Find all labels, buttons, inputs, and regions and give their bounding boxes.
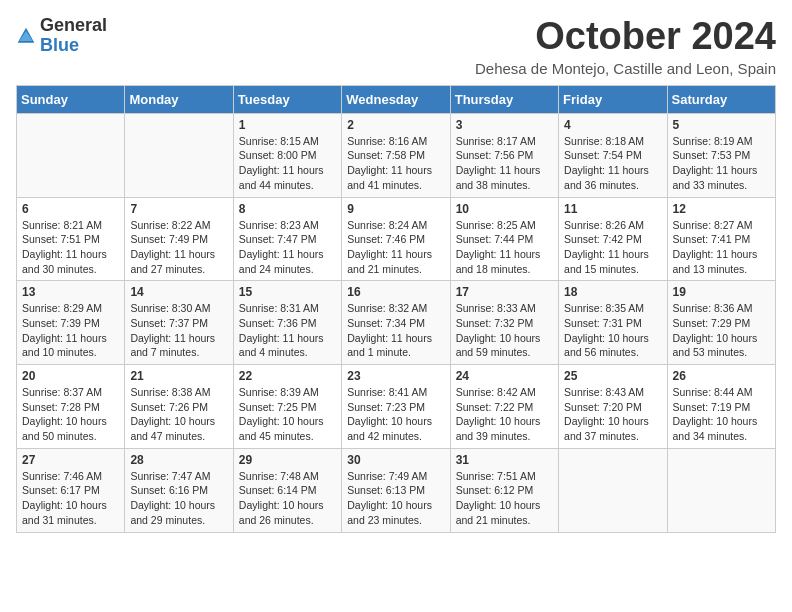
calendar-cell: 14Sunrise: 8:30 AMSunset: 7:37 PMDayligh… [125, 281, 233, 365]
day-info: Sunrise: 7:46 AMSunset: 6:17 PMDaylight:… [22, 469, 119, 528]
day-info: Sunrise: 7:48 AMSunset: 6:14 PMDaylight:… [239, 469, 336, 528]
day-info: Sunrise: 8:18 AMSunset: 7:54 PMDaylight:… [564, 134, 661, 193]
calendar-cell: 4Sunrise: 8:18 AMSunset: 7:54 PMDaylight… [559, 113, 667, 197]
calendar-cell: 24Sunrise: 8:42 AMSunset: 7:22 PMDayligh… [450, 365, 558, 449]
calendar-week-5: 27Sunrise: 7:46 AMSunset: 6:17 PMDayligh… [17, 448, 776, 532]
logo-blue-text: Blue [40, 35, 79, 55]
day-number: 8 [239, 202, 336, 216]
day-number: 31 [456, 453, 553, 467]
logo-general-text: General [40, 15, 107, 35]
day-number: 25 [564, 369, 661, 383]
col-header-tuesday: Tuesday [233, 85, 341, 113]
calendar-cell: 9Sunrise: 8:24 AMSunset: 7:46 PMDaylight… [342, 197, 450, 281]
day-info: Sunrise: 8:22 AMSunset: 7:49 PMDaylight:… [130, 218, 227, 277]
col-header-monday: Monday [125, 85, 233, 113]
day-number: 30 [347, 453, 444, 467]
day-info: Sunrise: 8:15 AMSunset: 8:00 PMDaylight:… [239, 134, 336, 193]
calendar-cell: 7Sunrise: 8:22 AMSunset: 7:49 PMDaylight… [125, 197, 233, 281]
day-info: Sunrise: 8:24 AMSunset: 7:46 PMDaylight:… [347, 218, 444, 277]
calendar-cell: 2Sunrise: 8:16 AMSunset: 7:58 PMDaylight… [342, 113, 450, 197]
calendar-cell: 5Sunrise: 8:19 AMSunset: 7:53 PMDaylight… [667, 113, 775, 197]
day-info: Sunrise: 8:38 AMSunset: 7:26 PMDaylight:… [130, 385, 227, 444]
calendar-body: 1Sunrise: 8:15 AMSunset: 8:00 PMDaylight… [17, 113, 776, 532]
day-info: Sunrise: 8:33 AMSunset: 7:32 PMDaylight:… [456, 301, 553, 360]
day-number: 14 [130, 285, 227, 299]
day-info: Sunrise: 8:43 AMSunset: 7:20 PMDaylight:… [564, 385, 661, 444]
calendar-cell [125, 113, 233, 197]
day-number: 27 [22, 453, 119, 467]
calendar-week-1: 1Sunrise: 8:15 AMSunset: 8:00 PMDaylight… [17, 113, 776, 197]
day-number: 19 [673, 285, 770, 299]
day-number: 3 [456, 118, 553, 132]
day-number: 7 [130, 202, 227, 216]
day-info: Sunrise: 8:19 AMSunset: 7:53 PMDaylight:… [673, 134, 770, 193]
day-info: Sunrise: 8:35 AMSunset: 7:31 PMDaylight:… [564, 301, 661, 360]
day-number: 11 [564, 202, 661, 216]
month-title: October 2024 [475, 16, 776, 58]
col-header-saturday: Saturday [667, 85, 775, 113]
day-number: 29 [239, 453, 336, 467]
day-info: Sunrise: 8:37 AMSunset: 7:28 PMDaylight:… [22, 385, 119, 444]
svg-marker-1 [19, 31, 32, 41]
calendar-cell: 23Sunrise: 8:41 AMSunset: 7:23 PMDayligh… [342, 365, 450, 449]
title-block: October 2024 Dehesa de Montejo, Castille… [475, 16, 776, 77]
calendar-cell: 12Sunrise: 8:27 AMSunset: 7:41 PMDayligh… [667, 197, 775, 281]
day-info: Sunrise: 8:23 AMSunset: 7:47 PMDaylight:… [239, 218, 336, 277]
calendar-cell: 18Sunrise: 8:35 AMSunset: 7:31 PMDayligh… [559, 281, 667, 365]
col-header-sunday: Sunday [17, 85, 125, 113]
day-number: 12 [673, 202, 770, 216]
calendar-cell [559, 448, 667, 532]
day-info: Sunrise: 7:47 AMSunset: 6:16 PMDaylight:… [130, 469, 227, 528]
day-info: Sunrise: 8:16 AMSunset: 7:58 PMDaylight:… [347, 134, 444, 193]
calendar-cell: 30Sunrise: 7:49 AMSunset: 6:13 PMDayligh… [342, 448, 450, 532]
day-number: 26 [673, 369, 770, 383]
day-number: 1 [239, 118, 336, 132]
day-number: 17 [456, 285, 553, 299]
day-number: 4 [564, 118, 661, 132]
day-info: Sunrise: 7:49 AMSunset: 6:13 PMDaylight:… [347, 469, 444, 528]
day-info: Sunrise: 7:51 AMSunset: 6:12 PMDaylight:… [456, 469, 553, 528]
calendar-cell: 11Sunrise: 8:26 AMSunset: 7:42 PMDayligh… [559, 197, 667, 281]
day-number: 23 [347, 369, 444, 383]
day-header-row: SundayMondayTuesdayWednesdayThursdayFrid… [17, 85, 776, 113]
calendar-cell: 16Sunrise: 8:32 AMSunset: 7:34 PMDayligh… [342, 281, 450, 365]
day-number: 20 [22, 369, 119, 383]
calendar-cell: 27Sunrise: 7:46 AMSunset: 6:17 PMDayligh… [17, 448, 125, 532]
col-header-friday: Friday [559, 85, 667, 113]
day-info: Sunrise: 8:29 AMSunset: 7:39 PMDaylight:… [22, 301, 119, 360]
logo: General Blue [16, 16, 107, 56]
calendar-cell: 6Sunrise: 8:21 AMSunset: 7:51 PMDaylight… [17, 197, 125, 281]
calendar-week-4: 20Sunrise: 8:37 AMSunset: 7:28 PMDayligh… [17, 365, 776, 449]
calendar-cell [17, 113, 125, 197]
day-number: 28 [130, 453, 227, 467]
logo-icon [16, 26, 36, 46]
calendar-cell: 21Sunrise: 8:38 AMSunset: 7:26 PMDayligh… [125, 365, 233, 449]
col-header-thursday: Thursday [450, 85, 558, 113]
day-number: 5 [673, 118, 770, 132]
day-number: 21 [130, 369, 227, 383]
day-number: 18 [564, 285, 661, 299]
day-number: 22 [239, 369, 336, 383]
calendar-cell: 10Sunrise: 8:25 AMSunset: 7:44 PMDayligh… [450, 197, 558, 281]
calendar-cell: 8Sunrise: 8:23 AMSunset: 7:47 PMDaylight… [233, 197, 341, 281]
calendar-cell: 17Sunrise: 8:33 AMSunset: 7:32 PMDayligh… [450, 281, 558, 365]
day-info: Sunrise: 8:39 AMSunset: 7:25 PMDaylight:… [239, 385, 336, 444]
calendar-cell: 22Sunrise: 8:39 AMSunset: 7:25 PMDayligh… [233, 365, 341, 449]
calendar-table: SundayMondayTuesdayWednesdayThursdayFrid… [16, 85, 776, 533]
day-info: Sunrise: 8:36 AMSunset: 7:29 PMDaylight:… [673, 301, 770, 360]
day-info: Sunrise: 8:26 AMSunset: 7:42 PMDaylight:… [564, 218, 661, 277]
calendar-cell [667, 448, 775, 532]
calendar-cell: 19Sunrise: 8:36 AMSunset: 7:29 PMDayligh… [667, 281, 775, 365]
day-number: 16 [347, 285, 444, 299]
calendar-cell: 1Sunrise: 8:15 AMSunset: 8:00 PMDaylight… [233, 113, 341, 197]
day-info: Sunrise: 8:21 AMSunset: 7:51 PMDaylight:… [22, 218, 119, 277]
day-number: 13 [22, 285, 119, 299]
day-info: Sunrise: 8:27 AMSunset: 7:41 PMDaylight:… [673, 218, 770, 277]
day-number: 15 [239, 285, 336, 299]
calendar-cell: 26Sunrise: 8:44 AMSunset: 7:19 PMDayligh… [667, 365, 775, 449]
calendar-header: SundayMondayTuesdayWednesdayThursdayFrid… [17, 85, 776, 113]
calendar-cell: 20Sunrise: 8:37 AMSunset: 7:28 PMDayligh… [17, 365, 125, 449]
calendar-cell: 15Sunrise: 8:31 AMSunset: 7:36 PMDayligh… [233, 281, 341, 365]
day-info: Sunrise: 8:32 AMSunset: 7:34 PMDaylight:… [347, 301, 444, 360]
location-subtitle: Dehesa de Montejo, Castille and Leon, Sp… [475, 60, 776, 77]
